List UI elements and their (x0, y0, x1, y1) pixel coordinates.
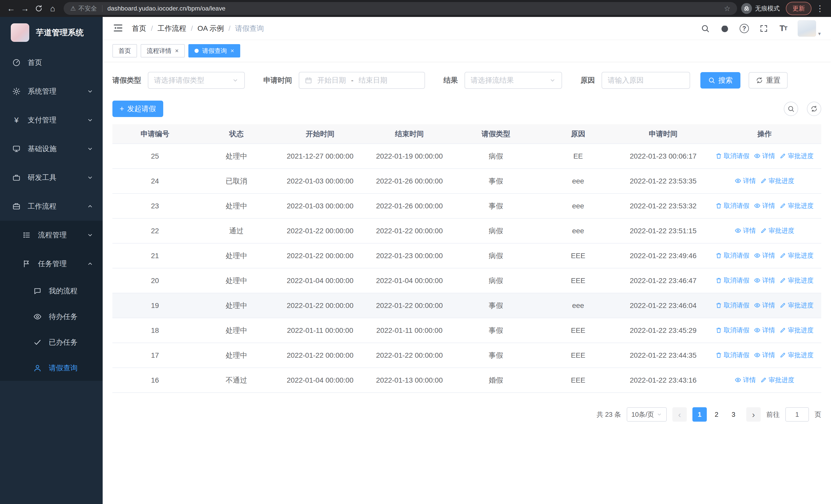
eye-icon (754, 277, 761, 284)
cell-reason: EE (538, 144, 619, 169)
col-apply-id: 申请编号 (112, 124, 197, 144)
page-button-3[interactable]: 3 (726, 407, 741, 422)
chevron-down-icon (87, 117, 93, 123)
action-detail-link[interactable]: 详情 (754, 326, 775, 334)
action-cancel-link[interactable]: 取消请假 (716, 152, 749, 160)
eye-icon (754, 153, 761, 159)
bookmark-star-icon[interactable]: ☆ (724, 4, 730, 13)
cell-reason: EEE (538, 343, 619, 368)
sidebar-item-leave-query[interactable]: 请假查询 (0, 355, 103, 381)
action-detail-link[interactable]: 详情 (735, 177, 756, 185)
action-progress-link[interactable]: 审批进度 (761, 376, 794, 384)
app-logo[interactable]: 芋道管理系统 (0, 17, 103, 48)
reset-button[interactable]: 重置 (749, 72, 787, 89)
next-page-button[interactable]: › (746, 407, 761, 422)
pen-icon (761, 178, 767, 184)
sidebar-menu: 首页 系统管理 ¥ 支付管理 (0, 48, 103, 381)
cell-status: 处理中 (197, 343, 276, 368)
sidebar-item-todo-tasks[interactable]: 待办任务 (0, 304, 103, 329)
reload-button[interactable] (32, 2, 46, 16)
breadcrumb-oa-example[interactable]: OA 示例 (198, 24, 224, 33)
cell-status: 处理中 (197, 194, 276, 218)
action-cancel-link[interactable]: 取消请假 (716, 326, 749, 334)
cell-reason: EEE (538, 243, 619, 268)
help-icon[interactable]: ? (739, 23, 749, 34)
sidebar-item-done-tasks[interactable]: 已办任务 (0, 329, 103, 355)
font-size-icon[interactable]: TT (778, 23, 789, 34)
action-detail-link[interactable]: 详情 (754, 276, 775, 285)
sidebar-item-payment[interactable]: ¥ 支付管理 (0, 106, 103, 135)
tab-leave-query[interactable]: 请假查询 × (189, 44, 240, 58)
create-leave-button[interactable]: + 发起请假 (112, 100, 163, 117)
action-detail-link[interactable]: 详情 (754, 301, 775, 309)
sidebar-item-my-process[interactable]: 我的流程 (0, 278, 103, 304)
close-icon[interactable]: × (230, 48, 234, 54)
action-progress-link[interactable]: 审批进度 (780, 152, 813, 160)
action-progress-link[interactable]: 审批进度 (780, 301, 813, 309)
sidebar-item-devtools[interactable]: 研发工具 (0, 163, 103, 192)
sidebar-collapse-icon[interactable] (113, 23, 124, 34)
sidebar: 芋道管理系统 首页 系统管理 ¥ 支付管理 (0, 17, 103, 504)
leave-type-select[interactable]: 请选择请假类型 (148, 72, 245, 89)
action-progress-link[interactable]: 审批进度 (780, 251, 813, 260)
action-detail-link[interactable]: 详情 (735, 376, 756, 384)
action-progress-link[interactable]: 审批进度 (761, 177, 794, 185)
action-progress-link[interactable]: 审批进度 (780, 202, 813, 210)
pen-icon (780, 352, 786, 358)
tab-process-detail[interactable]: 流程详情 × (141, 44, 185, 58)
trash-icon (716, 153, 722, 159)
action-detail-link[interactable]: 详情 (754, 152, 775, 160)
tab-home[interactable]: 首页 (112, 44, 137, 58)
update-button[interactable]: 更新 (786, 2, 811, 15)
sidebar-item-infrastructure[interactable]: 基础设施 (0, 135, 103, 163)
action-cancel-link[interactable]: 取消请假 (716, 301, 749, 309)
action-detail-link[interactable]: 详情 (754, 351, 775, 359)
chevron-down-icon (232, 77, 239, 84)
sidebar-item-task-management[interactable]: 任务管理 (0, 249, 103, 278)
sidebar-item-process-management[interactable]: 流程管理 (0, 221, 103, 249)
date-range-picker[interactable]: 开始日期 - 结束日期 (299, 72, 425, 89)
page-button-1[interactable]: 1 (692, 407, 707, 422)
cell-end-time: 2022-01-22 00:00:00 (365, 343, 454, 368)
action-progress-link[interactable]: 审批进度 (780, 351, 813, 359)
close-icon[interactable]: × (175, 48, 179, 54)
sidebar-item-home[interactable]: 首页 (0, 48, 103, 77)
action-progress-link[interactable]: 审批进度 (761, 226, 794, 235)
fullscreen-icon[interactable] (758, 23, 769, 34)
sidebar-item-workflow[interactable]: 工作流程 (0, 192, 103, 221)
action-detail-link[interactable]: 详情 (754, 202, 775, 210)
result-select[interactable]: 请选择流结果 (464, 72, 562, 89)
action-progress-link[interactable]: 审批进度 (780, 326, 813, 334)
breadcrumb-home[interactable]: 首页 (132, 24, 146, 33)
page-button-2[interactable]: 2 (709, 407, 724, 422)
back-button[interactable]: ← (4, 2, 18, 16)
home-button[interactable]: ⌂ (46, 2, 60, 16)
prev-page-button[interactable]: ‹ (672, 407, 687, 422)
breadcrumb-separator: / (191, 24, 193, 33)
cell-apply-time: 2022-01-22 23:51:15 (619, 218, 708, 243)
security-warning[interactable]: ⚠ 不安全 (70, 4, 97, 12)
page-size-select[interactable]: 10条/页 (627, 407, 667, 422)
cell-end-time: 2022-01-22 00:00:00 (365, 218, 454, 243)
cell-end-time: 2022-01-04 00:00:00 (365, 268, 454, 293)
action-cancel-link[interactable]: 取消请假 (716, 351, 749, 359)
forward-button[interactable]: → (18, 2, 32, 16)
search-button[interactable]: 搜索 (700, 72, 740, 89)
action-progress-link[interactable]: 审批进度 (780, 276, 813, 285)
action-cancel-link[interactable]: 取消请假 (716, 276, 749, 285)
action-detail-link[interactable]: 详情 (735, 226, 756, 235)
search-icon[interactable] (700, 23, 710, 34)
refresh-table-icon[interactable] (807, 101, 821, 116)
sidebar-item-system[interactable]: 系统管理 (0, 77, 103, 106)
browser-menu-icon[interactable]: ⋮ (813, 2, 827, 16)
reason-input[interactable] (602, 72, 690, 88)
action-detail-link[interactable]: 详情 (754, 251, 775, 260)
action-cancel-link[interactable]: 取消请假 (716, 251, 749, 260)
breadcrumb-workflow[interactable]: 工作流程 (157, 24, 186, 33)
address-bar[interactable]: ⚠ 不安全 dashboard.yudao.iocoder.cn/bpm/oa/… (64, 2, 737, 15)
user-avatar-menu[interactable]: ▾ (798, 20, 821, 37)
goto-page-input[interactable] (785, 407, 809, 422)
github-icon[interactable] (720, 23, 730, 34)
action-cancel-link[interactable]: 取消请假 (716, 202, 749, 210)
toggle-search-icon[interactable] (784, 101, 798, 116)
